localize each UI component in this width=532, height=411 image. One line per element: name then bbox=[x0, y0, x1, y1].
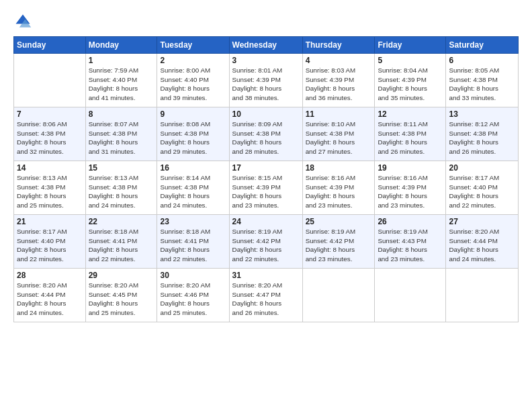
day-info: Sunrise: 8:13 AM Sunset: 4:38 PM Dayligh… bbox=[17, 173, 83, 210]
week-row-4: 21Sunrise: 8:17 AM Sunset: 4:40 PM Dayli… bbox=[14, 215, 519, 269]
day-cell: 22Sunrise: 8:18 AM Sunset: 4:41 PM Dayli… bbox=[85, 215, 157, 269]
day-number: 6 bbox=[449, 56, 515, 65]
day-info: Sunrise: 8:20 AM Sunset: 4:46 PM Dayligh… bbox=[160, 281, 226, 318]
day-info: Sunrise: 8:12 AM Sunset: 4:38 PM Dayligh… bbox=[449, 120, 515, 156]
day-info: Sunrise: 8:20 AM Sunset: 4:47 PM Dayligh… bbox=[232, 281, 300, 318]
day-cell: 27Sunrise: 8:20 AM Sunset: 4:44 PM Dayli… bbox=[446, 215, 519, 269]
day-info: Sunrise: 8:16 AM Sunset: 4:39 PM Dayligh… bbox=[306, 173, 372, 210]
day-info: Sunrise: 8:10 AM Sunset: 4:38 PM Dayligh… bbox=[306, 120, 372, 156]
day-number: 9 bbox=[160, 109, 226, 119]
calendar-table: SundayMondayTuesdayWednesdayThursdayFrid… bbox=[13, 36, 519, 322]
page: SundayMondayTuesdayWednesdayThursdayFrid… bbox=[0, 0, 532, 411]
week-row-1: 1Sunrise: 7:59 AM Sunset: 4:40 PM Daylig… bbox=[14, 54, 519, 107]
day-number: 28 bbox=[17, 271, 83, 280]
day-info: Sunrise: 8:19 AM Sunset: 4:42 PM Dayligh… bbox=[306, 227, 372, 264]
day-info: Sunrise: 8:14 AM Sunset: 4:38 PM Dayligh… bbox=[160, 173, 226, 210]
day-cell: 16Sunrise: 8:14 AM Sunset: 4:38 PM Dayli… bbox=[157, 161, 229, 215]
day-number: 5 bbox=[378, 56, 443, 65]
day-cell bbox=[446, 269, 519, 322]
day-number: 20 bbox=[449, 163, 515, 173]
day-info: Sunrise: 8:05 AM Sunset: 4:38 PM Dayligh… bbox=[449, 66, 515, 103]
day-cell bbox=[375, 269, 446, 322]
day-number: 10 bbox=[232, 109, 300, 119]
day-cell: 3Sunrise: 8:01 AM Sunset: 4:39 PM Daylig… bbox=[229, 54, 302, 107]
day-cell: 9Sunrise: 8:08 AM Sunset: 4:38 PM Daylig… bbox=[157, 107, 229, 161]
day-number: 25 bbox=[306, 217, 372, 226]
day-info: Sunrise: 7:59 AM Sunset: 4:40 PM Dayligh… bbox=[89, 66, 154, 103]
day-cell: 26Sunrise: 8:19 AM Sunset: 4:43 PM Dayli… bbox=[375, 215, 446, 269]
week-row-3: 14Sunrise: 8:13 AM Sunset: 4:38 PM Dayli… bbox=[14, 161, 519, 215]
week-row-2: 7Sunrise: 8:06 AM Sunset: 4:38 PM Daylig… bbox=[14, 107, 519, 161]
day-cell: 10Sunrise: 8:09 AM Sunset: 4:38 PM Dayli… bbox=[229, 107, 302, 161]
day-cell: 7Sunrise: 8:06 AM Sunset: 4:38 PM Daylig… bbox=[14, 107, 86, 161]
day-number: 14 bbox=[17, 163, 83, 173]
day-info: Sunrise: 8:20 AM Sunset: 4:44 PM Dayligh… bbox=[449, 227, 515, 264]
day-cell: 12Sunrise: 8:11 AM Sunset: 4:38 PM Dayli… bbox=[375, 107, 446, 161]
day-cell: 21Sunrise: 8:17 AM Sunset: 4:40 PM Dayli… bbox=[14, 215, 86, 269]
week-row-5: 28Sunrise: 8:20 AM Sunset: 4:44 PM Dayli… bbox=[14, 269, 519, 322]
header-cell-saturday: Saturday bbox=[446, 37, 519, 54]
day-cell: 14Sunrise: 8:13 AM Sunset: 4:38 PM Dayli… bbox=[14, 161, 86, 215]
day-cell: 31Sunrise: 8:20 AM Sunset: 4:47 PM Dayli… bbox=[229, 269, 302, 322]
day-info: Sunrise: 8:19 AM Sunset: 4:43 PM Dayligh… bbox=[378, 227, 443, 264]
day-cell: 4Sunrise: 8:03 AM Sunset: 4:39 PM Daylig… bbox=[302, 54, 375, 107]
logo-icon bbox=[13, 12, 32, 31]
day-info: Sunrise: 8:07 AM Sunset: 4:38 PM Dayligh… bbox=[89, 120, 154, 156]
day-cell: 15Sunrise: 8:13 AM Sunset: 4:38 PM Dayli… bbox=[85, 161, 157, 215]
day-cell: 5Sunrise: 8:04 AM Sunset: 4:39 PM Daylig… bbox=[375, 54, 446, 107]
day-number: 30 bbox=[160, 271, 226, 280]
day-number: 19 bbox=[378, 163, 443, 173]
day-number: 2 bbox=[160, 56, 226, 65]
day-cell: 20Sunrise: 8:17 AM Sunset: 4:40 PM Dayli… bbox=[446, 161, 519, 215]
day-cell: 23Sunrise: 8:18 AM Sunset: 4:41 PM Dayli… bbox=[157, 215, 229, 269]
day-number: 16 bbox=[160, 163, 226, 173]
day-info: Sunrise: 8:20 AM Sunset: 4:45 PM Dayligh… bbox=[89, 281, 154, 318]
day-info: Sunrise: 8:04 AM Sunset: 4:39 PM Dayligh… bbox=[378, 66, 443, 103]
day-info: Sunrise: 8:18 AM Sunset: 4:41 PM Dayligh… bbox=[160, 227, 226, 264]
day-info: Sunrise: 8:20 AM Sunset: 4:44 PM Dayligh… bbox=[17, 281, 83, 318]
header-row: SundayMondayTuesdayWednesdayThursdayFrid… bbox=[14, 37, 519, 54]
day-cell: 19Sunrise: 8:16 AM Sunset: 4:39 PM Dayli… bbox=[375, 161, 446, 215]
day-info: Sunrise: 8:13 AM Sunset: 4:38 PM Dayligh… bbox=[89, 173, 154, 210]
day-info: Sunrise: 8:15 AM Sunset: 4:39 PM Dayligh… bbox=[232, 173, 300, 210]
day-cell: 24Sunrise: 8:19 AM Sunset: 4:42 PM Dayli… bbox=[229, 215, 302, 269]
day-cell bbox=[302, 269, 375, 322]
day-info: Sunrise: 8:18 AM Sunset: 4:41 PM Dayligh… bbox=[89, 227, 154, 264]
day-info: Sunrise: 8:03 AM Sunset: 4:39 PM Dayligh… bbox=[306, 66, 372, 103]
header-cell-sunday: Sunday bbox=[14, 37, 86, 54]
day-number: 12 bbox=[378, 109, 443, 119]
logo bbox=[13, 12, 35, 31]
day-info: Sunrise: 8:17 AM Sunset: 4:40 PM Dayligh… bbox=[17, 227, 83, 264]
day-info: Sunrise: 8:01 AM Sunset: 4:39 PM Dayligh… bbox=[232, 66, 300, 103]
day-cell: 2Sunrise: 8:00 AM Sunset: 4:40 PM Daylig… bbox=[157, 54, 229, 107]
day-number: 17 bbox=[232, 163, 300, 173]
header-cell-tuesday: Tuesday bbox=[157, 37, 229, 54]
day-cell: 29Sunrise: 8:20 AM Sunset: 4:45 PM Dayli… bbox=[85, 269, 157, 322]
day-info: Sunrise: 8:11 AM Sunset: 4:38 PM Dayligh… bbox=[378, 120, 443, 156]
day-number: 23 bbox=[160, 217, 226, 226]
day-cell: 25Sunrise: 8:19 AM Sunset: 4:42 PM Dayli… bbox=[302, 215, 375, 269]
day-number: 31 bbox=[232, 271, 300, 280]
day-cell bbox=[14, 54, 86, 107]
day-number: 18 bbox=[306, 163, 372, 173]
header-cell-friday: Friday bbox=[375, 37, 446, 54]
day-cell: 13Sunrise: 8:12 AM Sunset: 4:38 PM Dayli… bbox=[446, 107, 519, 161]
day-info: Sunrise: 8:09 AM Sunset: 4:38 PM Dayligh… bbox=[232, 120, 300, 156]
day-cell: 11Sunrise: 8:10 AM Sunset: 4:38 PM Dayli… bbox=[302, 107, 375, 161]
day-number: 13 bbox=[449, 109, 515, 119]
day-cell: 6Sunrise: 8:05 AM Sunset: 4:38 PM Daylig… bbox=[446, 54, 519, 107]
day-number: 7 bbox=[17, 109, 83, 119]
day-number: 4 bbox=[306, 56, 372, 65]
calendar-header: SundayMondayTuesdayWednesdayThursdayFrid… bbox=[14, 37, 519, 54]
calendar-body: 1Sunrise: 7:59 AM Sunset: 4:40 PM Daylig… bbox=[14, 54, 519, 322]
day-cell: 8Sunrise: 8:07 AM Sunset: 4:38 PM Daylig… bbox=[85, 107, 157, 161]
day-info: Sunrise: 8:17 AM Sunset: 4:40 PM Dayligh… bbox=[449, 173, 515, 210]
day-number: 27 bbox=[449, 217, 515, 226]
day-number: 29 bbox=[89, 271, 154, 280]
day-number: 26 bbox=[378, 217, 443, 226]
header-cell-thursday: Thursday bbox=[302, 37, 375, 54]
day-number: 24 bbox=[232, 217, 300, 226]
day-number: 1 bbox=[89, 56, 154, 65]
day-cell: 30Sunrise: 8:20 AM Sunset: 4:46 PM Dayli… bbox=[157, 269, 229, 322]
header bbox=[13, 12, 519, 31]
